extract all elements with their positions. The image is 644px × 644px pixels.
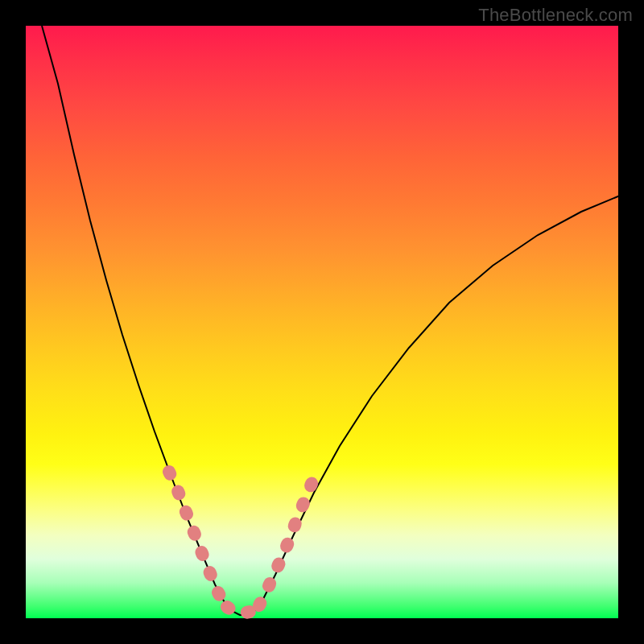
watermark-text: TheBottleneck.com [478,5,633,26]
chart-plot-area [26,26,618,618]
valley-overlay-dots [227,607,258,613]
left-curve [42,26,227,607]
chart-svg [26,26,618,618]
right-overlay-dots [259,480,313,605]
left-overlay-dots [169,472,227,607]
right-curve [259,192,630,607]
